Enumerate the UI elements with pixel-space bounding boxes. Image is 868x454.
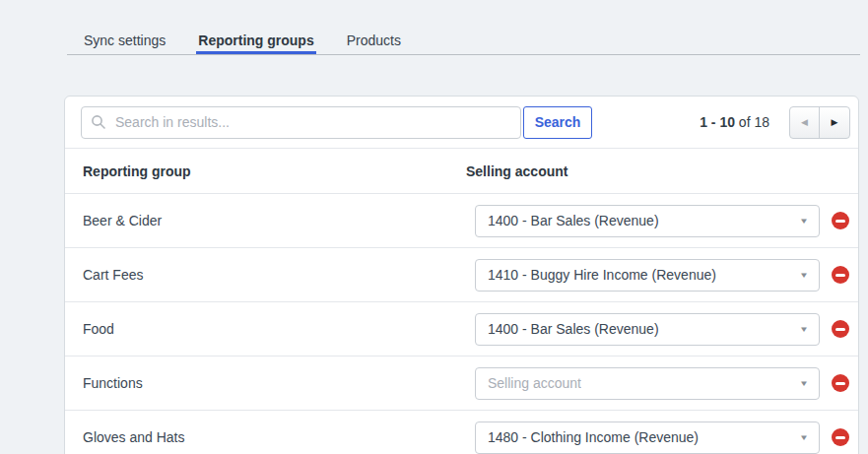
reporting-group-label: Gloves and Hats <box>83 429 475 445</box>
tab-bar: Sync settings Reporting groups Products <box>67 32 860 55</box>
table-row: Cart Fees 1410 - Buggy Hire Income (Reve… <box>65 247 858 301</box>
toolbar: Search 1 - 10 of 18 ◀ ▶ <box>65 97 858 149</box>
remove-row-button[interactable] <box>832 428 849 446</box>
next-page-button[interactable]: ▶ <box>820 107 849 138</box>
chevron-down-icon: ▼ <box>799 271 809 280</box>
pagination-range: 1 - 10 of 18 <box>700 114 769 130</box>
table-body: Beer & Cider 1400 - Bar Sales (Revenue) … <box>65 193 858 454</box>
minus-icon <box>835 328 845 331</box>
tab-reporting-groups[interactable]: Reporting groups <box>196 32 315 54</box>
chevron-down-icon: ▼ <box>799 433 809 442</box>
remove-row-button[interactable] <box>832 212 849 229</box>
chevron-down-icon: ▼ <box>799 379 809 388</box>
search-button[interactable]: Search <box>523 106 592 139</box>
selling-account-select[interactable]: 1480 - Clothing Income (Revenue) ▼ <box>475 422 820 454</box>
reporting-group-label: Beer & Cider <box>83 213 475 228</box>
chevron-down-icon: ▼ <box>799 217 809 226</box>
table-row: Beer & Cider 1400 - Bar Sales (Revenue) … <box>65 193 858 247</box>
remove-row-button[interactable] <box>832 320 849 338</box>
minus-icon <box>835 274 845 277</box>
search-input[interactable] <box>81 106 521 139</box>
selling-account-select[interactable]: Selling account ▼ <box>475 367 820 400</box>
search-icon <box>91 114 106 130</box>
selling-account-value: 1400 - Bar Sales (Revenue) <box>488 213 659 228</box>
chevron-down-icon: ▼ <box>799 325 809 334</box>
search-box <box>81 106 521 139</box>
left-arrow-icon: ◀ <box>801 117 808 127</box>
selling-account-value: 1400 - Bar Sales (Revenue) <box>488 321 659 337</box>
table-row: Gloves and Hats 1480 - Clothing Income (… <box>65 410 858 454</box>
table-header: Reporting group Selling account <box>65 149 858 193</box>
selling-account-value: Selling account <box>488 375 581 391</box>
pagination: 1 - 10 of 18 ◀ ▶ <box>700 106 850 139</box>
remove-row-button[interactable] <box>832 374 849 392</box>
selling-account-select[interactable]: 1400 - Bar Sales (Revenue) ▼ <box>475 205 820 237</box>
reporting-groups-panel: Search 1 - 10 of 18 ◀ ▶ Reporting group … <box>64 96 859 454</box>
selling-account-select[interactable]: 1410 - Buggy Hire Income (Revenue) ▼ <box>475 259 820 292</box>
selling-account-value: 1410 - Buggy Hire Income (Revenue) <box>488 267 716 283</box>
reporting-group-label: Cart Fees <box>83 267 475 283</box>
tab-sync-settings[interactable]: Sync settings <box>82 32 167 54</box>
remove-row-button[interactable] <box>832 266 849 284</box>
minus-icon <box>835 436 845 439</box>
tab-products[interactable]: Products <box>345 32 403 54</box>
minus-icon <box>835 220 845 223</box>
selling-account-value: 1480 - Clothing Income (Revenue) <box>488 429 699 445</box>
table-row: Food 1400 - Bar Sales (Revenue) ▼ <box>65 301 858 356</box>
reporting-group-label: Functions <box>83 375 475 391</box>
table-row: Functions Selling account ▼ <box>65 356 858 410</box>
selling-account-select[interactable]: 1400 - Bar Sales (Revenue) ▼ <box>475 313 820 346</box>
right-arrow-icon: ▶ <box>832 117 838 127</box>
prev-page-button[interactable]: ◀ <box>790 107 820 138</box>
column-header-reporting-group: Reporting group <box>83 163 466 179</box>
column-header-selling-account: Selling account <box>466 163 849 179</box>
minus-icon <box>835 382 845 385</box>
reporting-group-label: Food <box>83 321 475 337</box>
pagination-arrows: ◀ ▶ <box>789 106 850 139</box>
